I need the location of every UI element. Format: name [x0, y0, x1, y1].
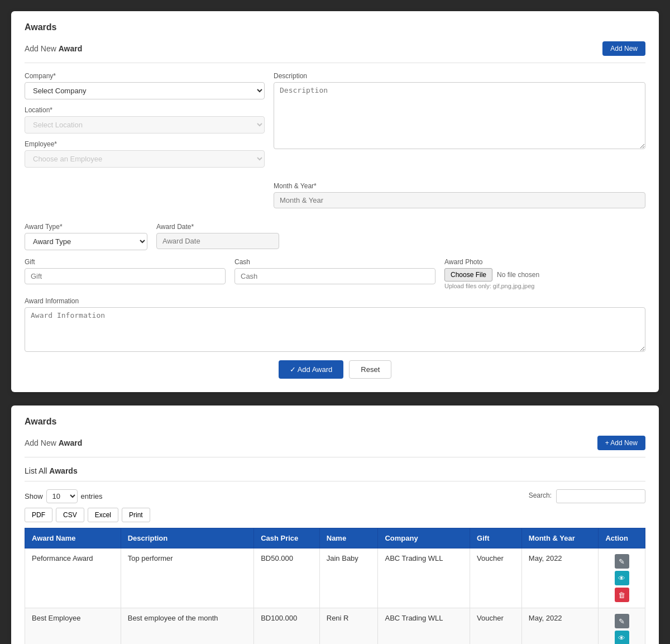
- form-row-type-date: Award Type* Award Type Award Date*: [25, 223, 645, 250]
- cell-name: Jain Baby: [319, 548, 378, 608]
- col-cash-price: Cash Price: [254, 528, 320, 548]
- excel-button[interactable]: Excel: [88, 508, 118, 522]
- cell-action: ✎ 👁 🗑: [599, 608, 645, 645]
- award-info-label: Award Information: [25, 297, 645, 305]
- entries-select[interactable]: 10 25 50 100: [46, 489, 78, 503]
- export-buttons: PDF CSV Excel Print: [25, 508, 645, 522]
- upload-hint: Upload files only: gif,png,jpg,jpeg: [444, 283, 645, 289]
- gift-label: Gift: [25, 258, 226, 266]
- cell-cash-price: BD50.000: [254, 548, 320, 608]
- award-info-group: Award Information: [25, 297, 645, 354]
- form-row-1: Company* Select Company Location* Select…: [25, 72, 645, 174]
- description-label: Description: [274, 72, 645, 80]
- col-description: Description: [121, 528, 253, 548]
- cell-gift: Voucher: [470, 608, 522, 645]
- print-button[interactable]: Print: [122, 508, 150, 522]
- col-gift: Gift: [470, 528, 522, 548]
- month-year-input[interactable]: [274, 192, 645, 208]
- form-section-title: Add New Award: [25, 44, 82, 53]
- file-input-row: Choose File No file chosen: [444, 268, 645, 282]
- award-date-group: Award Date*: [156, 223, 279, 250]
- award-photo-group: Award Photo Choose File No file chosen U…: [444, 258, 645, 289]
- award-type-label: Award Type*: [25, 223, 147, 231]
- table-header: Award Name Description Cash Price Name C…: [25, 528, 645, 548]
- edit-button[interactable]: ✎: [615, 554, 629, 569]
- col-name: Name: [319, 528, 378, 548]
- form-section-header: Add New Award Add New: [25, 41, 645, 63]
- table-row: Peformance Award Top performer BD50.000 …: [25, 548, 645, 608]
- panel1-title: Awards: [25, 22, 645, 32]
- gift-group: Gift: [25, 258, 226, 289]
- add-award-button[interactable]: ✓ Add Award: [279, 360, 344, 379]
- reset-button[interactable]: Reset: [349, 360, 391, 379]
- awards-list-panel: Awards Add New Award + Add New List All …: [11, 406, 659, 644]
- description-group: Description: [274, 72, 645, 174]
- location-label: Location*: [25, 106, 265, 114]
- add-new-button-list[interactable]: + Add New: [597, 436, 645, 450]
- cell-description: Best employee of the month: [121, 608, 253, 645]
- award-date-input[interactable]: [156, 233, 279, 249]
- gift-input[interactable]: [25, 268, 226, 284]
- col-action: Action: [599, 528, 645, 548]
- cell-name: Reni R: [319, 608, 378, 645]
- search-label: Search:: [529, 492, 552, 499]
- award-type-select[interactable]: Award Type: [25, 233, 147, 250]
- company-select[interactable]: Select Company: [25, 82, 265, 99]
- cell-company: ABC Trading WLL: [378, 548, 470, 608]
- award-date-label: Award Date*: [156, 223, 279, 231]
- cell-description: Top performer: [121, 548, 253, 608]
- list-all-header: List All Awards: [25, 466, 645, 481]
- award-info-textarea[interactable]: [25, 307, 645, 352]
- cell-action: ✎ 👁 🗑: [599, 548, 645, 608]
- employee-label: Employee*: [25, 140, 265, 148]
- cell-company: ABC Trading WLL: [378, 608, 470, 645]
- col-company: Company: [378, 528, 470, 548]
- awards-table-wrapper: Award Name Description Cash Price Name C…: [25, 528, 645, 644]
- cell-award-name: Peformance Award: [25, 548, 121, 608]
- cell-month-year: May, 2022: [521, 608, 599, 645]
- company-label: Company*: [25, 72, 265, 80]
- award-photo-label: Award Photo: [444, 258, 645, 266]
- view-button[interactable]: 👁: [615, 571, 629, 585]
- table-row: Best Employee Best employee of the month…: [25, 608, 645, 645]
- form-row-month: Month & Year*: [25, 182, 645, 215]
- edit-button[interactable]: ✎: [615, 614, 629, 628]
- view-button[interactable]: 👁: [615, 631, 629, 644]
- panel2-title: Awards: [25, 417, 645, 427]
- cell-award-name: Best Employee: [25, 608, 121, 645]
- description-textarea[interactable]: [274, 82, 645, 149]
- location-select[interactable]: Select Location: [25, 116, 265, 133]
- list-all-title: List All Awards: [25, 466, 78, 475]
- employee-select[interactable]: Choose an Employee: [25, 150, 265, 168]
- cash-group: Cash: [234, 258, 436, 289]
- month-year-label: Month & Year*: [274, 182, 645, 190]
- award-type-group: Award Type* Award Type: [25, 223, 147, 250]
- table-header-row: Award Name Description Cash Price Name C…: [25, 528, 645, 548]
- search-area: Search:: [529, 489, 645, 503]
- cell-month-year: May, 2022: [521, 548, 599, 608]
- col-award-name: Award Name: [25, 528, 121, 548]
- show-label: Show: [25, 492, 43, 500]
- col-month-year: Month & Year: [521, 528, 599, 548]
- cell-gift: Voucher: [470, 548, 522, 608]
- list-add-header: Add New Award + Add New: [25, 436, 645, 457]
- file-name-label: No file chosen: [497, 271, 539, 279]
- table-controls-top: Show 10 25 50 100 entries Search:: [25, 489, 645, 503]
- cash-label: Cash: [234, 258, 436, 266]
- form-row-gift-cash-photo: Gift Cash Award Photo Choose File No fil…: [25, 258, 645, 289]
- list-add-title: Add New Award: [25, 438, 82, 447]
- choose-file-button[interactable]: Choose File: [444, 268, 492, 282]
- csv-button[interactable]: CSV: [56, 508, 84, 522]
- show-entries: Show 10 25 50 100 entries: [25, 489, 103, 503]
- delete-button[interactable]: 🗑: [615, 588, 629, 602]
- pdf-button[interactable]: PDF: [25, 508, 52, 522]
- table-body: Peformance Award Top performer BD50.000 …: [25, 548, 645, 645]
- cash-input[interactable]: [234, 268, 436, 284]
- awards-form-panel: Awards Add New Award Add New Company* Se…: [11, 11, 659, 392]
- company-group: Company* Select Company Location* Select…: [25, 72, 265, 174]
- add-new-button-top[interactable]: Add New: [602, 41, 645, 56]
- form-actions: ✓ Add Award Reset: [25, 360, 645, 379]
- entries-label: entries: [81, 492, 103, 500]
- search-input[interactable]: [556, 489, 645, 503]
- cell-cash-price: BD100.000: [254, 608, 320, 645]
